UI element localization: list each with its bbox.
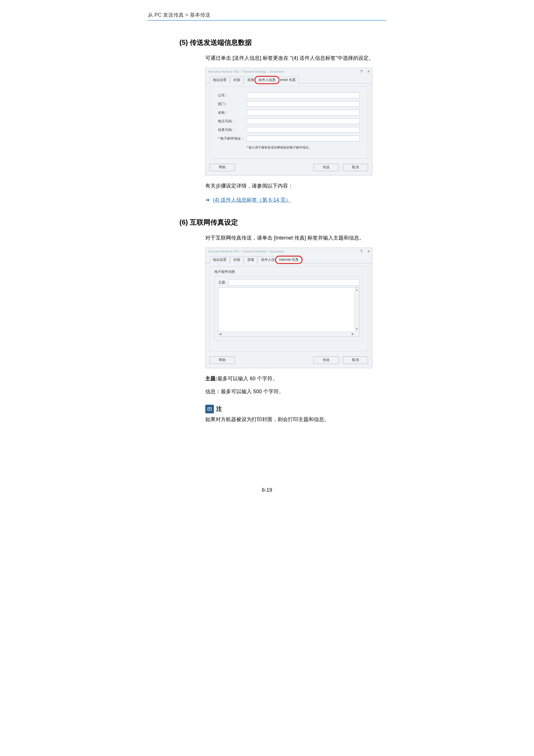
- tab-options[interactable]: 选项: [244, 256, 257, 263]
- input-name[interactable]: [247, 110, 360, 116]
- dialog1-buttons: 帮助 传送 取消: [206, 163, 372, 175]
- vertical-scrollbar[interactable]: ▲ ▼: [354, 287, 359, 331]
- dialog2-send-button[interactable]: 传送: [314, 357, 339, 364]
- label-dept: 部门：: [218, 102, 247, 107]
- dialog1-note: * 输入用于接收发送结果报告的电子邮件地址。: [247, 145, 360, 149]
- subject-limit-line: 主题:最多可以输入 60 个字符。: [205, 374, 380, 383]
- scroll-right-icon[interactable]: ▶: [352, 332, 354, 336]
- info-limit-label: 信息：: [205, 389, 221, 394]
- input-email[interactable]: [247, 136, 360, 141]
- subject-label: 主题:: [218, 280, 226, 285]
- reference-link[interactable]: (4) 送件人信息标签（第 6-14 页）: [213, 197, 291, 203]
- note-box: 注 如果对方机器被设为打印封面，则会打印主题和信息。: [205, 405, 366, 424]
- dialog1-body: 公司： 部门： 名称： 电话号码： 传真号码：: [210, 87, 368, 159]
- section-5-after: 有关步骤设定详情，请参阅以下内容：: [205, 181, 380, 190]
- label-phone: 电话号码：: [218, 119, 247, 124]
- section-6-heading: (6) 互联网传真设定: [179, 218, 380, 227]
- dialog1-help-button[interactable]: 帮助: [210, 164, 235, 171]
- note-icon: [205, 405, 214, 413]
- tab-internet-fax-circled[interactable]: Internet 传真: [276, 256, 302, 263]
- horizontal-scrollbar[interactable]: ◀ ▶: [218, 332, 359, 337]
- tab-options-frag[interactable]: 选项: [244, 76, 255, 84]
- section-6-para: 对于互联网传真传送，请单击 [Internet 传真] 标签并输入主题和信息。: [205, 233, 380, 242]
- dialog1-title-text: Kyocera Network FAX - Transmit Settings …: [208, 70, 284, 73]
- dialog1-send-button[interactable]: 传送: [314, 164, 339, 171]
- scroll-down-icon[interactable]: ▼: [355, 327, 358, 331]
- dialog2-help-button[interactable]: 帮助: [210, 357, 235, 364]
- help-icon[interactable]: ?: [360, 249, 363, 254]
- breadcrumb: 从 PC 发送传真 > 基本传送: [148, 12, 386, 21]
- dialog2-cancel-button[interactable]: 取消: [343, 357, 368, 364]
- reference-row: ➜ (4) 送件人信息标签（第 6-14 页）: [205, 197, 380, 203]
- tab-address[interactable]: 地址设置: [210, 76, 230, 84]
- subject-input[interactable]: [228, 279, 359, 285]
- message-textarea[interactable]: ▲ ▼ ◀ ▶: [218, 287, 359, 337]
- tab-address[interactable]: 地址设置: [210, 256, 230, 263]
- sender-info-dialog: Kyocera Network FAX - Transmit Settings …: [205, 68, 372, 176]
- label-email: * 电子邮件地址：: [218, 136, 247, 141]
- dialog2-tabstrip: 地址设置 封面 选项 送件人信 Internet 传真: [206, 254, 372, 263]
- dialog2-buttons: 帮助 传送 取消: [206, 355, 372, 368]
- scroll-left-icon[interactable]: ◀: [219, 332, 221, 336]
- scroll-up-icon[interactable]: ▲: [355, 288, 358, 291]
- label-fax: 传真号码：: [218, 127, 247, 132]
- dialog2-body: 电子邮件消息 主题: ▲ ▼ ◀ ▶: [210, 266, 368, 351]
- note-title: 注: [216, 405, 222, 413]
- page-number: 6-19: [134, 487, 400, 493]
- section-5-heading: (5) 传送发送端信息数据: [179, 38, 380, 47]
- input-phone[interactable]: [247, 118, 360, 124]
- label-company: 公司：: [218, 93, 247, 98]
- section-5: (5) 传送发送端信息数据 可通过单击 [送件人信息] 标签更改在 "(4) 送…: [179, 38, 380, 203]
- label-name: 名称：: [218, 110, 247, 115]
- input-company[interactable]: [247, 93, 360, 98]
- input-fax[interactable]: [247, 127, 360, 133]
- help-icon[interactable]: ?: [360, 69, 363, 74]
- section-6: (6) 互联网传真设定 对于互联网传真传送，请单击 [Internet 传真] …: [179, 218, 380, 424]
- note-text: 如果对方机器被设为打印封面，则会打印主题和信息。: [205, 415, 366, 424]
- internet-fax-dialog: Kyocera Network FAX - Transmit Settings …: [205, 248, 372, 368]
- input-dept[interactable]: [247, 101, 360, 107]
- subject-limit-label: 主题:: [205, 376, 217, 381]
- close-icon[interactable]: ×: [368, 249, 370, 254]
- dialog1-cancel-button[interactable]: 取消: [343, 164, 368, 171]
- section-5-para: 可通过单击 [送件人信息] 标签更改在 "(4) 送件人信息标签"中选择的设定。: [205, 53, 380, 63]
- tab-cover[interactable]: 封面: [230, 256, 243, 263]
- email-msg-groupbox-label: 电子邮件消息: [215, 269, 363, 274]
- tab-sender-info-frag[interactable]: 送件人信: [258, 256, 275, 263]
- close-icon[interactable]: ×: [368, 69, 370, 74]
- info-limit-text: 最多可以输入 500 个字符。: [221, 389, 284, 394]
- reference-arrow-icon: ➜: [205, 197, 210, 203]
- tab-sender-info-circled[interactable]: 送件人信息: [255, 77, 279, 83]
- subject-limit-text: 最多可以输入 60 个字符。: [217, 376, 278, 381]
- dialog2-titlebar: Kyocera Network FAX - Transmit Settings …: [206, 248, 372, 254]
- tab-cover[interactable]: 封面: [230, 76, 243, 84]
- info-limit-line: 信息：最多可以输入 500 个字符。: [205, 387, 380, 396]
- dialog1-titlebar: Kyocera Network FAX - Transmit Settings …: [206, 68, 372, 74]
- tab-internet-fax-frag[interactable]: ernet 传真: [279, 76, 299, 84]
- dialog1-tabstrip: 地址设置 封面 选项 送件人信息 ernet 传真: [206, 74, 372, 84]
- dialog2-title-text: Kyocera Network FAX - Transmit Settings …: [208, 250, 284, 253]
